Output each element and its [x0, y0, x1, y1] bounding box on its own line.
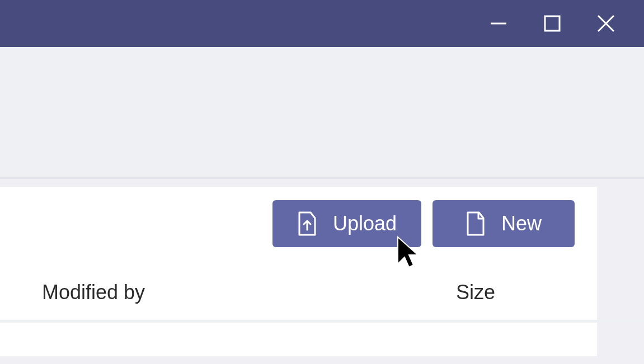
close-icon: [596, 14, 615, 33]
upload-button-label: Upload: [333, 212, 397, 235]
column-header-modified-by[interactable]: Modified by: [42, 281, 456, 304]
upload-icon: [297, 211, 317, 236]
content-area: [0, 323, 597, 356]
maximize-icon: [544, 15, 561, 32]
svg-rect-1: [545, 16, 560, 31]
maximize-button[interactable]: [525, 0, 579, 47]
column-header-size[interactable]: Size: [456, 281, 575, 304]
column-headers: Modified by Size: [0, 258, 597, 320]
window-controls: [472, 0, 633, 47]
minimize-icon: [490, 15, 507, 32]
new-button[interactable]: New: [433, 200, 575, 247]
toolbar: Upload New: [0, 187, 597, 258]
titlebar: [0, 0, 644, 47]
upload-button[interactable]: Upload: [272, 200, 421, 247]
minimize-button[interactable]: [472, 0, 525, 47]
new-button-label: New: [501, 212, 542, 235]
close-button[interactable]: [579, 0, 633, 47]
header-spacer: [0, 47, 644, 179]
file-icon: [466, 211, 486, 236]
content-panel: Upload New Modified by Size: [0, 187, 597, 320]
